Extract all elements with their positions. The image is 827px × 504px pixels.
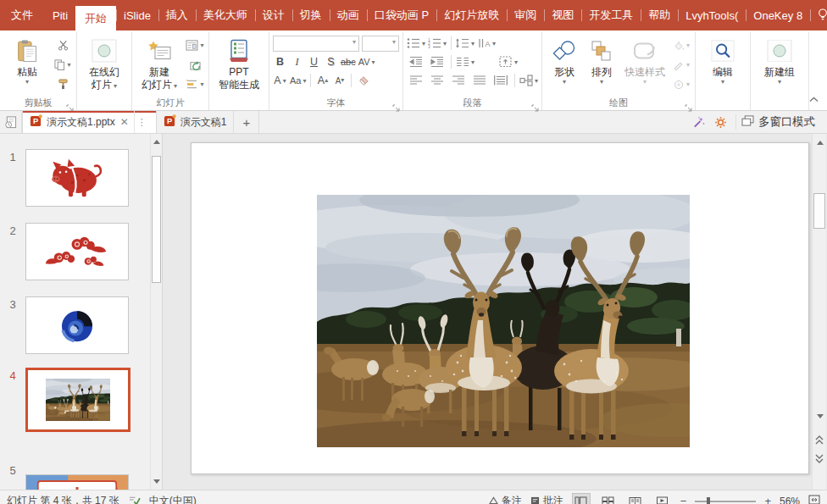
font-dialog-launcher[interactable] bbox=[392, 100, 401, 108]
menu-tab-onekey[interactable]: OneKey 8 bbox=[746, 0, 810, 30]
close-tab-icon[interactable]: ✕ bbox=[119, 116, 130, 128]
menu-tab-review[interactable]: 审阅 bbox=[507, 0, 544, 30]
thumb-scroll-down-arrow[interactable] bbox=[151, 475, 162, 488]
slide-4-preview-selected[interactable] bbox=[25, 368, 130, 432]
zoom-out-button[interactable]: − bbox=[680, 495, 687, 504]
menu-tab-design[interactable]: 设计 bbox=[255, 0, 292, 30]
deer-herd-photo[interactable] bbox=[317, 195, 690, 447]
canvas-vertical-scrollbar[interactable] bbox=[812, 134, 826, 490]
underline-button[interactable]: U bbox=[307, 54, 321, 69]
menu-tab-home[interactable]: 开始 bbox=[75, 6, 116, 30]
slide-thumbnail-4-selected[interactable]: 4 bbox=[0, 368, 130, 432]
view-slideshow-button[interactable] bbox=[653, 493, 672, 504]
menu-tab-islide[interactable]: iSlide bbox=[116, 0, 158, 30]
menu-tab-developer[interactable]: 开发工具 bbox=[581, 0, 641, 30]
increase-indent-button[interactable] bbox=[428, 54, 447, 70]
menu-tab-slideshow[interactable]: 幻灯片放映 bbox=[436, 0, 507, 30]
text-direction-button[interactable]: A bbox=[477, 36, 496, 52]
strikethrough-button[interactable]: abc bbox=[341, 54, 356, 69]
spellcheck-icon[interactable] bbox=[128, 495, 141, 504]
thumbnail-scrollbar[interactable] bbox=[150, 134, 162, 490]
align-right-button[interactable] bbox=[449, 73, 468, 89]
zoom-slider[interactable] bbox=[695, 501, 756, 502]
format-painter-button[interactable] bbox=[53, 75, 73, 93]
text-shadow-button[interactable]: S bbox=[324, 54, 338, 69]
magic-wand-icon[interactable] bbox=[688, 113, 708, 131]
reset-slide-button[interactable] bbox=[185, 56, 205, 74]
menu-tab-view[interactable]: 视图 bbox=[544, 0, 581, 30]
shape-effects-button[interactable] bbox=[671, 75, 691, 93]
canvas-scroll-down-arrow[interactable] bbox=[814, 410, 825, 423]
tell-me-button[interactable]: 告诉我 bbox=[810, 0, 827, 30]
document-tab-inactive[interactable]: P 演示文稿1 bbox=[157, 111, 235, 133]
paste-button[interactable]: 粘贴 ▾ bbox=[3, 34, 51, 86]
slide-1-preview[interactable] bbox=[25, 149, 129, 207]
character-spacing-button[interactable]: AV bbox=[358, 54, 375, 69]
font-size-select[interactable] bbox=[362, 36, 399, 52]
view-normal-button[interactable] bbox=[572, 493, 591, 504]
menu-tab-meihuadashi[interactable]: 美化大师 bbox=[196, 0, 255, 30]
grow-font-button[interactable]: A▴ bbox=[315, 73, 330, 88]
zoom-in-button[interactable]: + bbox=[764, 495, 771, 504]
canvas-scrollbar-thumb[interactable] bbox=[813, 193, 825, 229]
slide-thumbnail-2[interactable]: 2 bbox=[0, 223, 129, 280]
drawing-dialog-launcher[interactable] bbox=[685, 100, 693, 108]
fit-to-window-icon[interactable] bbox=[808, 495, 820, 504]
view-slide-sorter-button[interactable] bbox=[599, 493, 618, 504]
line-spacing-button[interactable] bbox=[456, 36, 475, 52]
notes-button[interactable]: 备注 bbox=[489, 494, 522, 504]
align-center-button[interactable] bbox=[428, 73, 447, 89]
view-reading-button[interactable] bbox=[626, 493, 645, 504]
ppt-ai-generate-button[interactable]: PPT 智能生成 bbox=[213, 34, 265, 91]
menu-tab-help[interactable]: 帮助 bbox=[641, 0, 678, 30]
cut-button[interactable] bbox=[53, 36, 73, 54]
comments-button[interactable]: 批注 bbox=[530, 494, 563, 504]
slide-thumbnail-1[interactable]: 1 bbox=[0, 149, 129, 207]
distribute-button[interactable] bbox=[491, 73, 510, 89]
shapes-button[interactable]: 形状 ▾ bbox=[546, 34, 583, 86]
arrange-button[interactable]: 排列 ▾ bbox=[583, 34, 620, 86]
italic-button[interactable]: I bbox=[290, 54, 304, 69]
menu-tab-transitions[interactable]: 切换 bbox=[292, 0, 330, 30]
menu-tab-lvyhtools[interactable]: LvyhTools( bbox=[678, 0, 746, 30]
thumb-scrollbar-thumb[interactable] bbox=[152, 156, 161, 283]
paragraph-dialog-launcher[interactable] bbox=[531, 100, 540, 108]
copy-button[interactable] bbox=[53, 56, 73, 74]
zoom-slider-thumb[interactable] bbox=[707, 497, 710, 504]
language-indicator[interactable]: 中文(中国) bbox=[149, 494, 197, 504]
bullets-button[interactable] bbox=[407, 36, 425, 52]
slide-5-preview[interactable] bbox=[25, 474, 129, 490]
bold-button[interactable]: B bbox=[273, 54, 287, 69]
new-slide-button[interactable]: 新建 幻灯片 ▾ bbox=[136, 34, 183, 91]
new-document-tab-icon[interactable]: + bbox=[234, 111, 259, 133]
columns-button[interactable] bbox=[456, 54, 475, 70]
menu-tab-insert[interactable]: 插入 bbox=[158, 0, 196, 30]
slide-editing-area[interactable] bbox=[191, 142, 809, 474]
slide-3-preview[interactable] bbox=[25, 296, 129, 354]
zoom-percentage[interactable]: 56% bbox=[780, 496, 800, 504]
thumb-scroll-up-arrow[interactable] bbox=[151, 136, 162, 148]
collapse-ribbon-button[interactable] bbox=[809, 92, 819, 105]
menu-tab-pocket-animation[interactable]: 口袋动画 P bbox=[367, 0, 436, 30]
slide-2-preview[interactable] bbox=[25, 223, 129, 280]
slide-thumbnail-3[interactable]: 3 bbox=[0, 296, 129, 354]
clear-formatting-button[interactable] bbox=[356, 73, 370, 88]
menu-tab-file[interactable]: 文件 bbox=[0, 0, 45, 30]
slide-canvas[interactable] bbox=[163, 134, 827, 490]
shape-outline-button[interactable] bbox=[671, 56, 691, 74]
document-tab-active[interactable]: P 演示文稿1.pptx ✕ ⋮ bbox=[22, 111, 157, 133]
decrease-indent-button[interactable] bbox=[407, 54, 425, 70]
section-button[interactable] bbox=[185, 75, 205, 93]
font-name-select[interactable] bbox=[273, 36, 359, 52]
online-slides-button[interactable]: 在线幻 灯片 ▾ bbox=[80, 34, 128, 91]
align-left-button[interactable] bbox=[407, 73, 425, 89]
menu-tab-animations[interactable]: 动画 bbox=[330, 0, 367, 30]
justify-button[interactable] bbox=[470, 73, 489, 89]
new-group-button[interactable]: 新建组 ▾ bbox=[754, 34, 805, 86]
shape-fill-button[interactable] bbox=[671, 36, 691, 54]
previous-slide-button[interactable] bbox=[813, 432, 826, 447]
numbering-button[interactable]: 123 bbox=[428, 36, 447, 52]
settings-gear-icon[interactable] bbox=[710, 113, 730, 131]
recent-documents-icon[interactable] bbox=[0, 111, 22, 133]
slide-thumbnail-5[interactable]: 5 bbox=[0, 462, 129, 490]
